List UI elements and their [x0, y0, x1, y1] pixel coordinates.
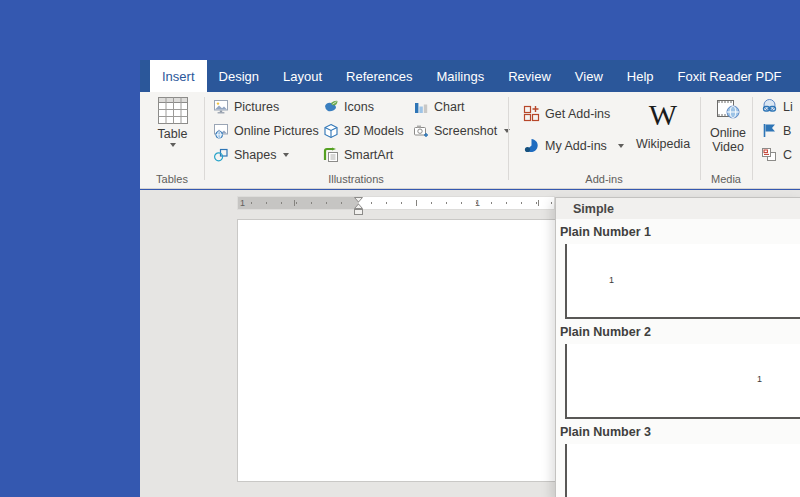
gallery-item-plain-number-3[interactable]: Plain Number 3 [556, 419, 800, 497]
wikipedia-label: Wikipedia [636, 137, 690, 151]
online-pictures-icon [213, 123, 229, 139]
online-video-button[interactable]: Online Video [704, 97, 752, 154]
link-label: Li [783, 100, 793, 114]
cross-reference-button[interactable]: C [759, 144, 794, 165]
tab-insert[interactable]: Insert [150, 60, 207, 92]
my-addins-label: My Add-ins [545, 139, 607, 153]
document-workspace: 1 1 Simple Plain Number 1 1 P [140, 190, 800, 497]
screenshot-label: Screenshot [434, 124, 497, 138]
table-button-label: Table [158, 127, 188, 141]
word-window: Insert Design Layout References Mailings… [140, 60, 800, 497]
addins-group-label: Add-ins [508, 173, 700, 185]
bookmark-icon [761, 122, 778, 139]
gallery-item-plain-number-1[interactable]: Plain Number 1 1 [556, 219, 800, 319]
my-addins-button[interactable]: My Add-ins [521, 135, 626, 156]
cross-reference-icon [761, 146, 778, 163]
tab-mailings[interactable]: Mailings [425, 60, 497, 92]
my-addins-icon [523, 137, 540, 154]
ruler-half-inch-tick [294, 200, 295, 206]
chart-icon [413, 99, 429, 115]
get-addins-icon [523, 105, 540, 122]
bookmark-label: B [783, 124, 791, 138]
link-button[interactable]: Li [759, 96, 795, 117]
tab-view[interactable]: View [563, 60, 615, 92]
ruler-half-inch-tick [416, 200, 417, 206]
get-addins-button[interactable]: Get Add-ins [521, 103, 612, 124]
illustrations-group-label: Illustrations [204, 173, 508, 185]
ruler-ticks [371, 202, 554, 204]
group-separator [700, 97, 701, 180]
shapes-icon [213, 147, 229, 163]
get-addins-label: Get Add-ins [545, 107, 610, 121]
icons-icon [323, 99, 339, 115]
tab-design[interactable]: Design [207, 60, 271, 92]
pictures-button[interactable]: Pictures [211, 96, 281, 117]
smartart-button[interactable]: SmartArt [321, 144, 395, 165]
tab-foxit-reader-pdf[interactable]: Foxit Reader PDF [666, 60, 794, 92]
chart-label: Chart [434, 100, 465, 114]
table-button[interactable]: Table [146, 97, 199, 150]
online-video-icon [715, 97, 741, 123]
tab-references[interactable]: References [334, 60, 424, 92]
gallery-item-preview [565, 444, 800, 497]
smartart-icon [323, 147, 339, 163]
online-pictures-button[interactable]: Online Pictures [211, 120, 321, 141]
3d-models-icon [323, 123, 339, 139]
page-number-gallery: Simple Plain Number 1 1 Plain Number 2 1… [555, 197, 800, 497]
preview-page-number: 1 [609, 275, 614, 285]
gallery-item-label: Plain Number 3 [556, 419, 800, 444]
gallery-item-preview: 1 [565, 244, 800, 319]
3d-models-label: 3D Models [344, 124, 404, 138]
chevron-down-icon [170, 143, 176, 150]
group-separator [752, 97, 753, 180]
ruler-half-inch-tick [538, 200, 539, 206]
screenshot-button[interactable]: Screenshot [411, 120, 512, 141]
ruler-ticks [251, 202, 346, 204]
chevron-down-icon [283, 153, 289, 160]
ruler-number: 1 [240, 197, 245, 209]
document-page[interactable] [237, 219, 556, 482]
bookmark-button[interactable]: B [759, 120, 793, 141]
gallery-item-label: Plain Number 1 [556, 219, 800, 244]
preview-page-number: 1 [757, 374, 762, 384]
screenshot-icon [413, 123, 429, 139]
link-icon [761, 98, 778, 115]
ruler-number: 1 [475, 197, 480, 209]
pictures-label: Pictures [234, 100, 279, 114]
tab-review[interactable]: Review [496, 60, 563, 92]
tab-layout[interactable]: Layout [271, 60, 334, 92]
group-separator [508, 97, 509, 180]
chevron-down-icon [618, 144, 624, 151]
icons-button[interactable]: Icons [321, 96, 376, 117]
smartart-label: SmartArt [344, 148, 393, 162]
gallery-item-preview: 1 [565, 344, 800, 419]
pictures-icon [213, 99, 229, 115]
3d-models-button[interactable]: 3D Models [321, 120, 406, 141]
horizontal-ruler: 1 1 [237, 196, 555, 210]
shapes-button[interactable]: Shapes [211, 144, 291, 165]
online-video-label: Online Video [704, 126, 752, 154]
wikipedia-button[interactable]: W Wikipedia [632, 100, 694, 151]
group-separator [204, 97, 205, 180]
tables-group-label: Tables [140, 173, 204, 185]
chart-button[interactable]: Chart [411, 96, 467, 117]
shapes-label: Shapes [234, 148, 276, 162]
gallery-item-plain-number-2[interactable]: Plain Number 2 1 [556, 319, 800, 419]
icons-label: Icons [344, 100, 374, 114]
tab-help[interactable]: Help [615, 60, 666, 92]
wikipedia-icon: W [649, 100, 677, 130]
gallery-item-label: Plain Number 2 [556, 319, 800, 344]
gallery-section-header: Simple [556, 198, 800, 219]
online-pictures-label: Online Pictures [234, 124, 319, 138]
media-group-label: Media [700, 173, 752, 185]
cross-reference-label: C [783, 148, 792, 162]
ribbon-tab-bar: Insert Design Layout References Mailings… [140, 60, 800, 92]
ribbon: Table Tables Pictures [140, 92, 800, 189]
table-icon [158, 97, 188, 124]
indent-marker[interactable] [354, 197, 363, 216]
